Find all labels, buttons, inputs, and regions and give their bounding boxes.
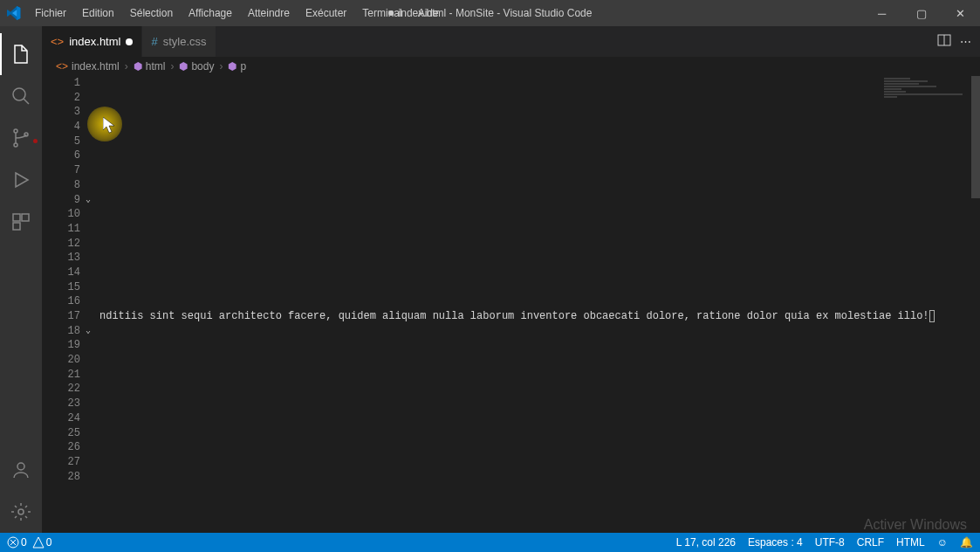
split-editor-icon[interactable] [937, 33, 951, 50]
html-file-icon: <> [51, 35, 64, 48]
fold-toggle-icon[interactable]: ⌄ [86, 193, 91, 208]
titlebar: Fichier Edition Sélection Affichage Atte… [0, 0, 980, 26]
minimize-button[interactable]: ─ [862, 0, 901, 26]
svg-point-9 [18, 509, 24, 514]
play-bug-icon [10, 169, 31, 190]
menu-bar: Fichier Edition Sélection Affichage Atte… [28, 3, 446, 23]
activity-explorer[interactable] [0, 33, 42, 75]
activity-bar [0, 26, 42, 533]
crumb-label[interactable]: html [146, 60, 166, 72]
dirty-indicator-icon [126, 38, 133, 45]
activity-accounts[interactable] [0, 449, 42, 491]
svg-point-0 [13, 88, 25, 100]
search-icon [10, 86, 31, 107]
status-language[interactable]: HTML [896, 536, 925, 549]
menu-edition[interactable]: Edition [75, 3, 121, 23]
git-branch-icon [10, 128, 31, 148]
html-file-icon: <> [56, 60, 68, 72]
account-icon [10, 459, 31, 480]
warning-count: 0 [46, 536, 52, 549]
fold-toggle-icon[interactable]: ⌄ [86, 324, 91, 339]
status-warnings[interactable]: 0 [32, 536, 52, 549]
window-title: index.html - MonSite - Visual Studio Cod… [388, 7, 593, 19]
error-icon [7, 536, 19, 549]
statusbar: 0 0 L 17, col 226 Espaces : 4 UTF-8 CRLF… [0, 533, 980, 552]
menu-executer[interactable]: Exécuter [298, 3, 353, 23]
activity-settings[interactable] [0, 491, 42, 533]
chevron-right-icon: › [125, 60, 128, 72]
menu-fichier[interactable]: Fichier [28, 3, 73, 23]
window-controls: ─ ▢ ✕ [862, 0, 980, 26]
status-cursor-position[interactable]: L 17, col 226 [676, 536, 736, 549]
gear-icon [10, 501, 31, 522]
status-feedback-icon[interactable]: ☺ [937, 536, 948, 549]
dirty-dot-icon [388, 10, 394, 16]
chevron-right-icon: › [219, 60, 223, 72]
tag-icon: ⬢ [228, 60, 236, 72]
tabs-row: <> index.html # style.css ⋯ [42, 26, 980, 57]
code-editor[interactable]: 123456789⌄101112131415161718⌄19202122232… [42, 76, 980, 533]
status-encoding[interactable]: UTF-8 [815, 536, 845, 549]
crumb-label[interactable]: index.html [72, 60, 120, 72]
svg-line-1 [24, 99, 29, 104]
activity-source-control[interactable] [0, 117, 42, 159]
status-errors[interactable]: 0 [7, 536, 27, 549]
crumb-label[interactable]: body [191, 60, 214, 72]
menu-affichage[interactable]: Affichage [182, 3, 239, 23]
svg-rect-5 [13, 214, 20, 221]
crumb-label[interactable]: p [240, 60, 246, 72]
chevron-right-icon: › [170, 60, 174, 72]
svg-point-8 [17, 463, 24, 470]
status-notifications-icon[interactable]: 🔔 [960, 536, 973, 549]
window-title-label: index.html - MonSite - Visual Studio Cod… [399, 7, 593, 19]
more-actions-icon[interactable]: ⋯ [960, 35, 971, 48]
svg-rect-7 [13, 223, 20, 230]
svg-point-2 [14, 129, 17, 133]
files-icon [10, 44, 31, 65]
tag-icon: ⬢ [179, 60, 188, 72]
breadcrumbs[interactable]: <>index.html › ⬢html › ⬢body › ⬢p [42, 57, 980, 76]
menu-selection[interactable]: Sélection [123, 3, 180, 23]
tab-label: style.css [163, 35, 207, 48]
tab-index-html[interactable]: <> index.html [42, 26, 142, 57]
extensions-icon [10, 211, 31, 232]
line-gutter: 123456789⌄101112131415161718⌄19202122232… [42, 76, 93, 533]
warning-icon [32, 536, 45, 549]
activity-extensions[interactable] [0, 201, 42, 243]
tag-icon: ⬢ [134, 60, 142, 72]
editor-area: <> index.html # style.css ⋯ <>index.html… [42, 26, 980, 533]
css-file-icon: # [151, 35, 157, 48]
status-indentation[interactable]: Espaces : 4 [748, 536, 803, 549]
activity-run-debug[interactable] [0, 159, 42, 201]
code-content[interactable]: nditiis sint sequi architecto facere, qu… [93, 76, 980, 533]
tab-style-css[interactable]: # style.css [142, 26, 216, 57]
close-button[interactable]: ✕ [941, 0, 980, 26]
tab-label: index.html [69, 35, 120, 48]
menu-atteindre[interactable]: Atteindre [241, 3, 297, 23]
error-count: 0 [21, 536, 27, 549]
status-eol[interactable]: CRLF [857, 536, 884, 549]
vscode-logo-icon [7, 6, 21, 20]
activity-search[interactable] [0, 75, 42, 117]
maximize-button[interactable]: ▢ [901, 0, 941, 26]
vertical-scrollbar[interactable] [971, 76, 980, 198]
svg-rect-6 [22, 214, 29, 221]
svg-point-3 [14, 143, 17, 147]
